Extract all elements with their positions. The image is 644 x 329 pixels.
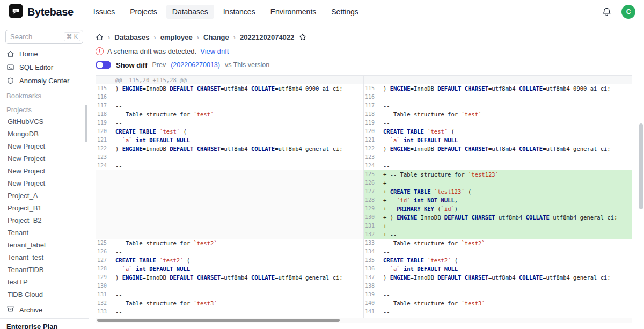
line-number: 131 [96, 290, 112, 299]
bell-icon[interactable] [602, 7, 612, 17]
project-item[interactable]: New Project [0, 177, 89, 189]
diff-line-left [96, 204, 363, 213]
prev-version-link[interactable]: (202206270013) [171, 61, 220, 69]
show-diff-toggle[interactable] [96, 61, 111, 69]
show-diff-label: Show diff [116, 61, 148, 69]
diff-line-right-120: 120CREATE TABLE `test` ( [364, 127, 632, 136]
breadcrumb-separator: › [108, 33, 110, 41]
sidebar-item-home[interactable]: Home [0, 47, 89, 61]
code-text [112, 170, 363, 179]
project-item[interactable]: Project_B1 [0, 202, 89, 214]
code-text [112, 179, 363, 187]
project-list: GitHubVCSMongoDBNew ProjectNew ProjectNe… [0, 115, 89, 301]
diff-line-right-127: 127+ CREATE TABLE `test123` ( [364, 187, 632, 196]
project-item[interactable]: TiDB Cloud [0, 288, 89, 301]
diff-line-left-120: 120CREATE TABLE `test` ( [96, 127, 363, 136]
diff-line-left-118: 118-- Table structure for `test` [96, 110, 363, 119]
bytebase-logo[interactable]: Bytebase [9, 4, 74, 20]
diff-line-right-126: 126+ -- [364, 179, 632, 187]
project-item[interactable]: Project_B2 [0, 214, 89, 226]
line-number: 125 [364, 170, 380, 179]
line-number: 120 [96, 127, 112, 136]
diff-line-left-125: 125-- Table structure for `test2` [96, 239, 363, 247]
avatar[interactable]: C [621, 5, 635, 19]
code-text: -- Table structure for `test3` [380, 299, 632, 308]
diff-line-right-123: 123 [364, 153, 632, 162]
alert-text: A schema drift was detected. [107, 47, 196, 55]
brand-name: Bytebase [27, 6, 74, 18]
diff-line-right-135: 135CREATE TABLE `test2` ( [364, 256, 632, 265]
project-item[interactable]: testTP [0, 276, 89, 288]
line-number: 117 [364, 101, 380, 110]
code-text: ) ENGINE=InnoDB DEFAULT CHARSET=utf8mb4 … [112, 273, 363, 282]
code-text [112, 187, 363, 196]
line-number: 118 [96, 110, 112, 119]
project-item[interactable]: New Project [0, 140, 89, 152]
view-drift-link[interactable]: View drift [200, 47, 229, 55]
sidebar-item-archive[interactable]: Archive [0, 301, 89, 318]
schema-drift-alert: ! A schema drift was detected. View drif… [96, 47, 644, 55]
code-text: -- [112, 247, 363, 256]
diff-line-left [96, 196, 363, 204]
project-item[interactable]: Tenant_test [0, 251, 89, 264]
bytebase-logo-icon [9, 4, 23, 20]
code-text: `a` int DEFAULT NULL [112, 136, 363, 144]
window-scrollbar[interactable] [639, 123, 643, 209]
sidebar-scrollbar[interactable] [85, 105, 87, 142]
code-text [380, 282, 632, 290]
code-text: ) ENGINE=InnoDB DEFAULT CHARSET=utf8mb4 … [112, 84, 363, 93]
breadcrumb-item[interactable]: Databases [114, 33, 149, 41]
project-item[interactable]: TenantTiDB [0, 264, 89, 276]
breadcrumb-home-icon[interactable] [96, 33, 104, 41]
code-text: -- [112, 119, 363, 127]
project-item[interactable]: Tenant [0, 226, 89, 239]
diff-line-left [96, 213, 363, 222]
code-text [112, 282, 363, 290]
project-item[interactable]: GitHubVCS [0, 115, 89, 128]
diff-line-left-117: 117-- [96, 101, 363, 110]
diff-line-left-122: 122) ENGINE=InnoDB DEFAULT CHARSET=utf8m… [96, 144, 363, 153]
diff-line-left-133: 133-- [96, 308, 363, 316]
breadcrumb-item[interactable]: 20221202074022 [240, 33, 294, 41]
code-text: CREATE TABLE `test` ( [380, 127, 632, 136]
code-text: + -- [380, 230, 632, 239]
sidebar-item-anomaly-center[interactable]: Anomaly Center [0, 74, 89, 87]
nav-settings[interactable]: Settings [325, 5, 364, 19]
diff-horizontal-scrollbar[interactable] [97, 319, 340, 322]
project-item[interactable]: New Project [0, 165, 89, 177]
diff-line-left-124: 124-- [96, 162, 363, 170]
breadcrumb-item[interactable]: employee [160, 33, 193, 41]
project-item[interactable]: MongoDB [0, 128, 89, 140]
line-number: 128 [364, 196, 380, 204]
nav-instances[interactable]: Instances [217, 5, 261, 19]
breadcrumb-item[interactable]: Change [203, 33, 229, 41]
diff-line-right-121: 121 `a` int DEFAULT NULL [364, 136, 632, 144]
code-text: `a` int DEFAULT NULL [380, 265, 632, 273]
code-text: + -- [380, 179, 632, 187]
code-text: -- [380, 119, 632, 127]
sidebar-item-sql-editor[interactable]: SQL Editor [0, 61, 89, 74]
project-item[interactable]: tenant_label [0, 239, 89, 251]
code-text: -- Table structure for `test3` [112, 299, 363, 308]
line-number: 119 [96, 119, 112, 127]
toggle-knob [97, 62, 103, 68]
project-item[interactable]: New Project [0, 152, 89, 165]
code-text: -- [380, 290, 632, 299]
diff-line-right-137: 137) ENGINE=InnoDB DEFAULT CHARSET=utf8m… [364, 273, 632, 282]
code-text: + CREATE TABLE `test123` ( [380, 187, 632, 196]
nav-issues[interactable]: Issues [87, 5, 121, 19]
code-text: -- Table structure for `test2` [112, 239, 363, 247]
top-right: C [602, 5, 635, 19]
line-number [96, 222, 112, 230]
code-text: `a` int DEFAULT NULL [112, 265, 363, 273]
nav-databases[interactable]: Databases [166, 5, 214, 19]
sidebar-item-label: Anomaly Center [19, 77, 69, 85]
star-icon[interactable] [298, 33, 307, 41]
project-item[interactable]: Project_A [0, 189, 89, 202]
diff-line-left-132: 132-- Table structure for `test3` [96, 299, 363, 308]
diff-line-right-140: 140-- Table structure for `test3` [364, 299, 632, 308]
nav-environments[interactable]: Environments [265, 5, 323, 19]
code-text: -- [112, 162, 363, 170]
line-number: 129 [96, 273, 112, 282]
nav-projects[interactable]: Projects [124, 5, 163, 19]
